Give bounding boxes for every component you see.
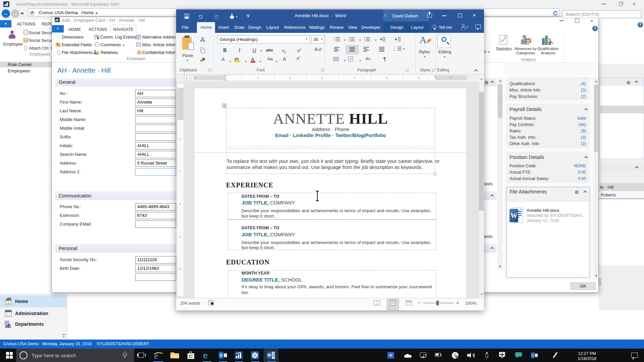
- svg-text:e: e: [203, 351, 208, 359]
